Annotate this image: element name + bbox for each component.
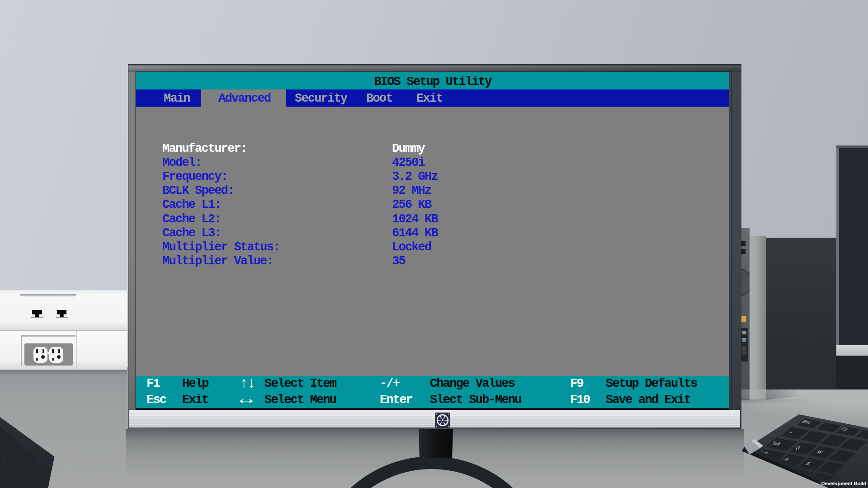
svg-text:Z: Z — [768, 468, 775, 473]
